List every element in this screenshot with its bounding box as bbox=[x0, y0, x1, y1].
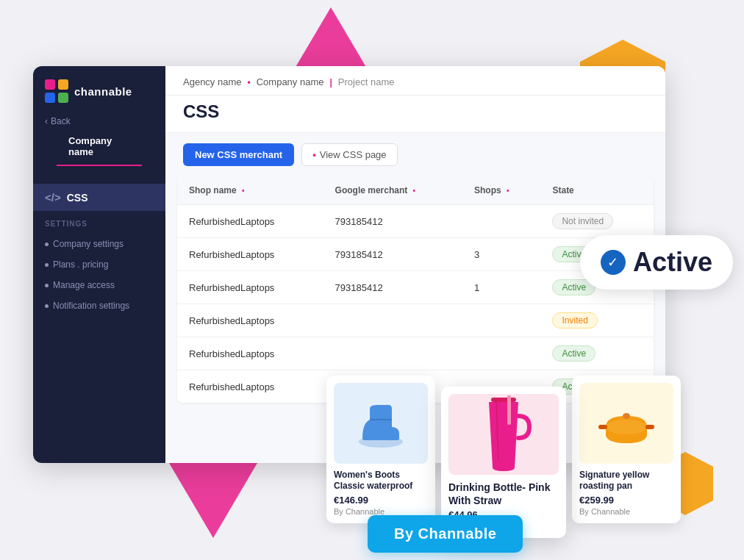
toolbar: New CSS merchant • View CSS page bbox=[165, 133, 665, 176]
active-check-icon: ✓ bbox=[601, 250, 626, 275]
sidebar-item-company-settings[interactable]: Company settings bbox=[33, 234, 165, 254]
nav-dot-icon bbox=[45, 304, 49, 308]
cell-google-merchant: 793185412 bbox=[323, 271, 462, 304]
css-merchants-table: Shop name • Google merchant • Shops • bbox=[177, 176, 654, 403]
sort-icon: • bbox=[413, 187, 416, 195]
logo-area: channable bbox=[33, 66, 165, 113]
svg-rect-8 bbox=[507, 395, 511, 425]
breadcrumb: Agency name • Company name | Project nam… bbox=[165, 66, 665, 96]
cell-shops: 3 bbox=[462, 238, 540, 271]
status-badge: Not invited bbox=[552, 213, 613, 229]
nav-dot-icon bbox=[45, 243, 49, 246]
floating-active-badge: ✓ Active bbox=[580, 235, 733, 290]
cell-shop-name: RefurbishedLaptops bbox=[177, 238, 323, 271]
product-by-pan: By Channable bbox=[579, 507, 673, 516]
col-google-merchant[interactable]: Google merchant • bbox=[323, 176, 462, 205]
view-css-page-button[interactable]: • View CSS page bbox=[301, 143, 397, 166]
table-row[interactable]: RefurbishedLaptopsInvited bbox=[177, 304, 654, 337]
breadcrumb-company[interactable]: Company name bbox=[257, 76, 324, 87]
col-shops[interactable]: Shops • bbox=[462, 176, 540, 205]
sort-icon: • bbox=[242, 187, 245, 195]
cell-shop-name: RefurbishedLaptops bbox=[177, 337, 323, 370]
product-name-bottle: Drinking Bottle- Pink With Straw bbox=[448, 481, 559, 507]
cell-shop-name: RefurbishedLaptops bbox=[177, 370, 323, 403]
status-badge: Active bbox=[552, 345, 595, 362]
cell-shop-name: RefurbishedLaptops bbox=[177, 205, 323, 238]
table-row[interactable]: RefurbishedLaptopsActive bbox=[177, 337, 654, 370]
product-name-pan: Signature yellow roasting pan bbox=[579, 470, 673, 492]
product-image-pan bbox=[579, 383, 673, 464]
svg-rect-5 bbox=[58, 93, 68, 103]
product-card-boots[interactable]: Women's Boots Classic waterproof €146.99… bbox=[326, 376, 435, 523]
cell-shop-name: RefurbishedLaptops bbox=[177, 271, 323, 304]
svg-point-10 bbox=[606, 420, 647, 434]
breadcrumb-sep-1: • bbox=[248, 77, 251, 87]
back-button[interactable]: ‹ Back bbox=[33, 113, 165, 128]
logo-text: channable bbox=[74, 85, 132, 98]
product-image-boots bbox=[334, 383, 428, 464]
cell-shops: 1 bbox=[462, 271, 540, 304]
product-name-boots: Women's Boots Classic waterproof bbox=[334, 470, 428, 492]
new-css-merchant-button[interactable]: New CSS merchant bbox=[183, 143, 294, 166]
breadcrumb-sep-2: | bbox=[329, 77, 332, 87]
cell-state: Invited bbox=[540, 304, 654, 337]
product-price-boots: €146.99 bbox=[334, 495, 428, 506]
sidebar-item-css[interactable]: </> CSS bbox=[33, 184, 165, 211]
table-row[interactable]: RefurbishedLaptops7931854121Active bbox=[177, 271, 654, 304]
cell-state: Not invited bbox=[540, 205, 654, 238]
svg-point-11 bbox=[623, 413, 630, 419]
sidebar-item-manage-access[interactable]: Manage access bbox=[33, 275, 165, 295]
col-state[interactable]: State bbox=[540, 176, 654, 205]
back-arrow-icon: ‹ bbox=[45, 116, 48, 126]
channable-logo-icon bbox=[45, 79, 68, 103]
breadcrumb-agency[interactable]: Agency name bbox=[183, 76, 242, 87]
cell-state: Active bbox=[540, 337, 654, 370]
sidebar: channable ‹ Back Company name </> CSS SE… bbox=[33, 66, 165, 463]
by-channable-banner: By Channable bbox=[368, 515, 523, 553]
sidebar-item-notification-settings[interactable]: Notification settings bbox=[33, 295, 165, 316]
product-card-pan[interactable]: Signature yellow roasting pan €259.99 By… bbox=[572, 376, 681, 523]
css-tag-icon: </> bbox=[45, 191, 61, 204]
breadcrumb-project[interactable]: Project name bbox=[338, 76, 395, 87]
product-image-bottle bbox=[448, 394, 559, 475]
page-title: CSS bbox=[183, 101, 648, 122]
cell-google-merchant: 793185412 bbox=[323, 238, 462, 271]
sidebar-company[interactable]: Company name bbox=[57, 131, 142, 166]
svg-rect-4 bbox=[45, 93, 55, 103]
product-cards-area: Women's Boots Classic waterproof €146.99… bbox=[323, 376, 684, 538]
page-header: CSS bbox=[165, 96, 665, 133]
col-shop-name[interactable]: Shop name • bbox=[177, 176, 323, 205]
product-price-pan: €259.99 bbox=[579, 495, 673, 506]
svg-rect-2 bbox=[45, 79, 55, 90]
table-row[interactable]: RefurbishedLaptops793185412Not invited bbox=[177, 205, 654, 238]
cell-shops bbox=[462, 205, 540, 238]
settings-section-label: SETTINGS bbox=[33, 217, 165, 234]
sort-icon: • bbox=[507, 187, 509, 195]
svg-rect-3 bbox=[58, 79, 68, 90]
cell-google-merchant: 793185412 bbox=[323, 205, 462, 238]
cell-google-merchant bbox=[323, 304, 462, 337]
status-badge: Invited bbox=[552, 312, 597, 329]
svg-rect-12 bbox=[598, 425, 607, 429]
sidebar-item-plans-pricing[interactable]: Plans . pricing bbox=[33, 254, 165, 275]
svg-rect-7 bbox=[491, 398, 516, 402]
btn-dot-icon: • bbox=[312, 149, 316, 160]
nav-dot-icon bbox=[45, 284, 49, 287]
active-label: Active bbox=[633, 247, 712, 278]
cell-shops bbox=[462, 337, 540, 370]
cell-shop-name: RefurbishedLaptops bbox=[177, 304, 323, 337]
svg-rect-13 bbox=[645, 425, 654, 429]
nav-dot-icon bbox=[45, 263, 49, 267]
cell-shops bbox=[462, 304, 540, 337]
cell-google-merchant bbox=[323, 337, 462, 370]
